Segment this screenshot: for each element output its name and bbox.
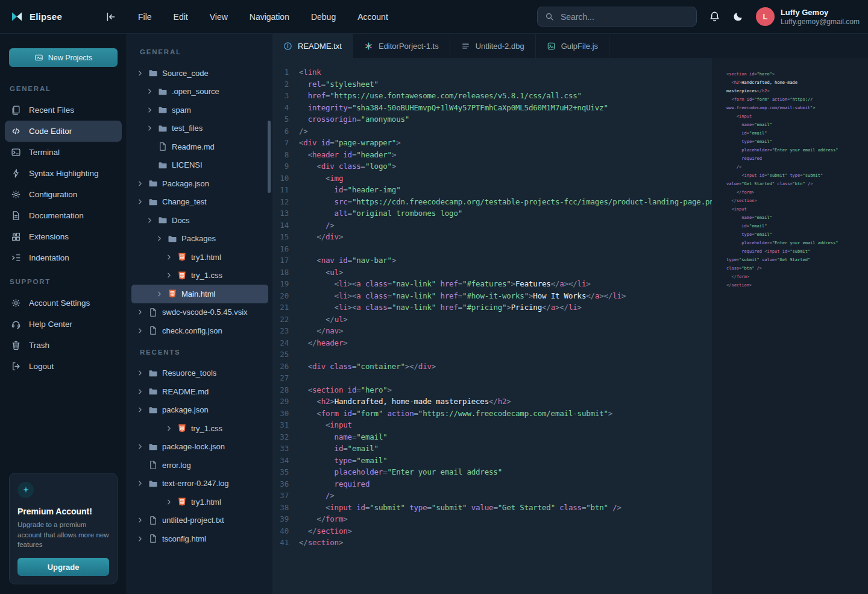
tab-gulpfile-js[interactable]: GulpFile.js [536, 34, 609, 58]
code-line[interactable]: 12 src="https://cdn.freecodecamp.org/tes… [272, 196, 712, 208]
sidebar-item-trash[interactable]: Trash [5, 335, 122, 356]
code-line[interactable]: 3 href="https://use.fontawesome.com/rele… [272, 90, 712, 102]
code-line[interactable]: 23 </nav> [272, 325, 712, 337]
user-account[interactable]: L Luffy Gemoy Luffy.gemoy@gmail.com [756, 7, 860, 26]
code-line[interactable]: 41</section> [272, 537, 712, 549]
chevron-right-icon[interactable] [136, 369, 144, 377]
chevron-right-icon[interactable] [165, 425, 173, 432]
sidebar-item-extensions[interactable]: Extensions [5, 226, 122, 247]
minimap[interactable]: <section id="hero"> <h2>Handcrafted, hom… [712, 58, 868, 594]
code-line[interactable]: 10 <img [272, 172, 712, 185]
code-line[interactable]: 31 <input [272, 419, 712, 431]
code-line[interactable]: 22 </ul> [272, 314, 712, 326]
code-line[interactable]: 5 crossorigin="anonymous" [272, 113, 712, 125]
code-line[interactable]: 14 /> [272, 220, 712, 232]
code-line[interactable]: 8 <header id="header"> [272, 149, 712, 161]
chevron-right-icon[interactable] [146, 106, 154, 114]
collapse-sidebar-icon[interactable] [105, 11, 116, 22]
sidebar-item-syntax-highlighting[interactable]: Syntax Highlighting [5, 163, 122, 184]
menu-view[interactable]: View [210, 12, 228, 22]
tree-item-error-log[interactable]: error.log [131, 456, 268, 475]
chevron-right-icon[interactable] [136, 479, 144, 487]
chevron-right-icon[interactable] [165, 271, 173, 279]
tree-item-docs[interactable]: Docs [131, 211, 268, 230]
tree-item-readme-md[interactable]: README.md [131, 382, 268, 401]
code-line[interactable]: 11 id="header-img" [272, 184, 712, 196]
chevron-right-icon[interactable] [146, 87, 154, 95]
upgrade-button[interactable]: Upgrade [17, 558, 109, 576]
sidebar-item-documentation[interactable]: Documentation [5, 205, 122, 226]
search-box[interactable] [537, 7, 697, 27]
search-input[interactable] [559, 11, 689, 22]
tree-item-try-1-css[interactable]: try_1.css [131, 267, 268, 285]
code-line[interactable]: 28 <section id="hero"> [272, 384, 712, 396]
tree-item-swdc-vscode-0-5-45-vsix[interactable]: swdc-vscode-0.5.45.vsix [131, 303, 268, 322]
sidebar-item-indentation[interactable]: Indentation [5, 247, 122, 268]
code-line[interactable]: 7<div id="page-wrapper"> [272, 137, 712, 149]
explorer-scrollbar[interactable] [268, 121, 271, 193]
chevron-right-icon[interactable] [136, 308, 144, 316]
sidebar-item-help-center[interactable]: Help Center [5, 314, 122, 335]
chevron-right-icon[interactable] [136, 535, 144, 543]
tree-item-main-html[interactable]: Main.html [131, 285, 268, 303]
tree-item-change-test[interactable]: Change_test [131, 193, 268, 212]
tree-item-spam[interactable]: spam [131, 101, 268, 119]
sidebar-item-logout[interactable]: Logout [5, 356, 122, 377]
sidebar-item-configuration[interactable]: Configuration [5, 184, 122, 205]
tree-item-try1-html[interactable]: try1.html [131, 248, 268, 267]
menu-navigation[interactable]: Navigation [250, 12, 289, 22]
avatar[interactable]: L [756, 7, 775, 26]
tab-readme-txt[interactable]: README.txt [272, 34, 353, 58]
code-line[interactable]: 30 <form id="form" action="https://www.f… [272, 408, 712, 420]
code-line[interactable]: 40 </section> [272, 525, 712, 537]
chevron-right-icon[interactable] [165, 498, 173, 506]
tab-editorporject-1-ts[interactable]: EditorPorject-1.ts [353, 34, 450, 58]
tree-item-try1-html[interactable]: try1.html [131, 493, 268, 511]
chevron-right-icon[interactable] [156, 290, 163, 298]
code-line[interactable]: 15 </div> [272, 231, 712, 243]
dark-mode-moon-icon[interactable] [732, 11, 744, 22]
tree-item-licensi[interactable]: LICENSI [131, 156, 268, 175]
chevron-right-icon[interactable] [136, 327, 144, 335]
code-line[interactable]: 13 alt="original trombones logo" [272, 207, 712, 220]
chevron-right-icon[interactable] [136, 516, 144, 524]
chevron-right-icon[interactable] [136, 406, 144, 414]
code-line[interactable]: 25 [272, 349, 712, 361]
tree-item-package-lock-json[interactable]: package-lock.json [131, 438, 268, 457]
tree-item-source-code[interactable]: Source_code [131, 64, 268, 83]
tab-untlited-2-dbg[interactable]: Untlited-2.dbg [450, 34, 536, 58]
code-line[interactable]: 39 </form> [272, 513, 712, 525]
code-line[interactable]: 36 required [272, 478, 712, 490]
code-line[interactable]: 26 <div class="container"></div> [272, 361, 712, 373]
chevron-right-icon[interactable] [165, 253, 173, 261]
code-line[interactable]: 34 type="email" [272, 455, 712, 467]
code-line[interactable]: 1<link [272, 66, 712, 78]
menu-edit[interactable]: Edit [174, 12, 188, 22]
code-line[interactable]: 37 /> [272, 490, 712, 502]
tree-item-text-error-0-247-log[interactable]: text-error-0.247.log [131, 475, 268, 493]
code-line[interactable]: 6/> [272, 125, 712, 137]
chevron-right-icon[interactable] [136, 443, 144, 450]
chevron-right-icon[interactable] [146, 124, 154, 132]
code-line[interactable]: 19 <li><a class="nav-link" href="#featur… [272, 278, 712, 290]
chevron-right-icon[interactable] [136, 388, 144, 396]
code-line[interactable]: 18 <ul> [272, 267, 712, 279]
tree-item-readme-md[interactable]: Readme.md [131, 137, 268, 156]
code-line[interactable]: 20 <li><a class="nav-link" href="#how-it… [272, 290, 712, 302]
chevron-right-icon[interactable] [136, 198, 144, 206]
code-line[interactable]: 17 <nav id="nav-bar"> [272, 254, 712, 267]
new-projects-button[interactable]: New Projects [9, 48, 118, 67]
tree-item-test-files[interactable]: test_files [131, 119, 268, 138]
notifications-bell-icon[interactable] [709, 11, 720, 22]
code-line[interactable]: 9 <div class="logo"> [272, 160, 712, 172]
tree-item-check-config-json[interactable]: check.config.json [131, 321, 268, 340]
code-line[interactable]: 4 integrity="sha384-50oBUHEmvpQ+1lW4y57P… [272, 102, 712, 114]
menu-account[interactable]: Account [357, 12, 388, 22]
code-line[interactable]: 33 id="email" [272, 443, 712, 455]
code-line[interactable]: 21 <li><a class="nav-link" href="#pricin… [272, 302, 712, 314]
code-line[interactable]: 29 <h2>Handcrafted, home-made masterpiec… [272, 396, 712, 408]
menu-debug[interactable]: Debug [311, 12, 336, 22]
chevron-right-icon[interactable] [136, 69, 144, 77]
tree-item-untlited-project-txt[interactable]: untlited-project.txt [131, 511, 268, 530]
code-line[interactable]: 2 rel="stylesheet" [272, 78, 712, 90]
